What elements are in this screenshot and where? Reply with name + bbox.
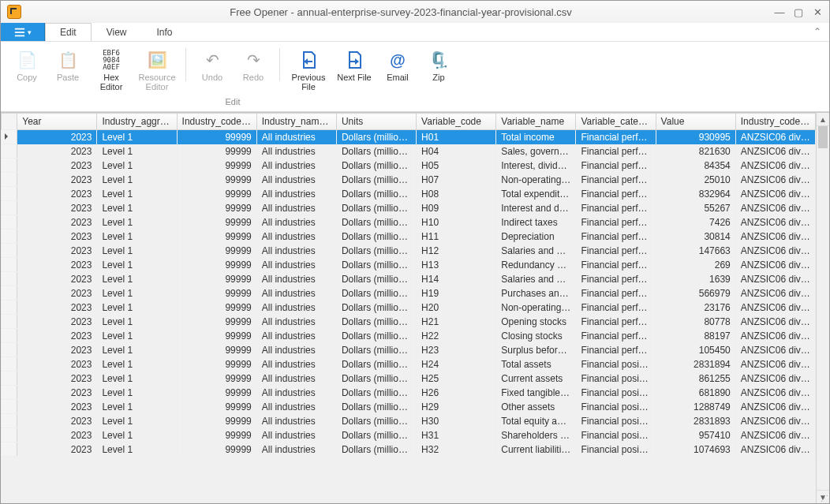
table-row[interactable]: 2023Level 199999All industriesDollars (m… — [2, 144, 816, 159]
table-row[interactable]: 2023Level 199999All industriesDollars (m… — [2, 315, 816, 329]
cell-year[interactable]: 2023 — [17, 357, 97, 371]
cell-units[interactable]: Dollars (millions) — [336, 130, 416, 144]
cell-name[interactable]: All industries — [256, 215, 336, 230]
cell-vcat[interactable]: Financial position — [576, 414, 656, 428]
cell-year[interactable]: 2023 — [17, 315, 97, 329]
cell-vname[interactable]: Indirect taxes — [496, 215, 576, 230]
cell-units[interactable]: Dollars (millions) — [336, 258, 416, 272]
close-button[interactable]: ✕ — [812, 6, 823, 17]
cell-agg[interactable]: Level 1 — [97, 258, 177, 272]
cell-vname[interactable]: Non-operating in... — [496, 173, 576, 187]
cell-name[interactable]: All industries — [256, 272, 336, 286]
tab-view[interactable]: View — [92, 23, 142, 41]
cell-code2[interactable]: ANZSIC06 divisio... — [735, 442, 815, 457]
cell-value[interactable]: 25010 — [656, 173, 735, 187]
cell-vcode[interactable]: H24 — [417, 357, 496, 371]
cell-value[interactable]: 23176 — [656, 301, 735, 315]
row-header[interactable] — [2, 315, 17, 329]
cell-code2[interactable]: ANZSIC06 divisio... — [735, 272, 815, 286]
cell-agg[interactable]: Level 1 — [97, 144, 177, 159]
cell-vcode[interactable]: H25 — [417, 371, 496, 386]
cell-agg[interactable]: Level 1 — [97, 187, 177, 201]
row-header[interactable] — [2, 428, 17, 442]
cell-code2[interactable]: ANZSIC06 divisio... — [735, 215, 815, 230]
cell-units[interactable]: Dollars (millions) — [336, 442, 416, 457]
cell-vcode[interactable]: H14 — [417, 272, 496, 286]
cell-value[interactable]: 55267 — [656, 201, 735, 215]
cell-vcode[interactable]: H09 — [417, 201, 496, 215]
row-header[interactable] — [2, 301, 17, 315]
row-header[interactable] — [2, 272, 17, 286]
cell-vcode[interactable]: H12 — [417, 244, 496, 258]
cell-vname[interactable]: Total expenditure — [496, 187, 576, 201]
cell-value[interactable]: 88197 — [656, 329, 735, 343]
cell-units[interactable]: Dollars (millions) — [336, 386, 416, 400]
column-header-units[interactable]: Units — [336, 114, 416, 130]
cell-year[interactable]: 2023 — [17, 201, 97, 215]
cell-name[interactable]: All industries — [256, 386, 336, 400]
cell-agg[interactable]: Level 1 — [97, 428, 177, 442]
cell-name[interactable]: All industries — [256, 130, 336, 144]
cell-code2[interactable]: ANZSIC06 divisio... — [735, 286, 815, 301]
cell-agg[interactable]: Level 1 — [97, 215, 177, 230]
column-header-code2[interactable]: Industry_code_... — [735, 114, 815, 130]
cell-agg[interactable]: Level 1 — [97, 357, 177, 371]
cell-name[interactable]: All industries — [256, 357, 336, 371]
cell-units[interactable]: Dollars (millions) — [336, 286, 416, 301]
cell-vcat[interactable]: Financial position — [576, 428, 656, 442]
cell-vcat[interactable]: Financial perfor... — [576, 258, 656, 272]
cell-units[interactable]: Dollars (millions) — [336, 272, 416, 286]
table-row[interactable]: 2023Level 199999All industriesDollars (m… — [2, 159, 816, 173]
cell-code[interactable]: 99999 — [177, 400, 256, 414]
cell-code2[interactable]: ANZSIC06 divisio... — [735, 371, 815, 386]
cell-agg[interactable]: Level 1 — [97, 386, 177, 400]
row-header[interactable] — [2, 400, 17, 414]
data-grid[interactable]: YearIndustry_aggre...Industry_code_...In… — [1, 113, 816, 503]
cell-vcat[interactable]: Financial perfor... — [576, 244, 656, 258]
cell-vcat[interactable]: Financial perfor... — [576, 201, 656, 215]
table-row[interactable]: 2023Level 199999All industriesDollars (m… — [2, 386, 816, 400]
cell-agg[interactable]: Level 1 — [97, 286, 177, 301]
cell-vcode[interactable]: H13 — [417, 258, 496, 272]
cell-agg[interactable]: Level 1 — [97, 230, 177, 244]
cell-vcat[interactable]: Financial perfor... — [576, 159, 656, 173]
cell-year[interactable]: 2023 — [17, 272, 97, 286]
cell-name[interactable]: All industries — [256, 244, 336, 258]
vertical-scrollbar[interactable]: ▲ ▼ — [816, 113, 829, 503]
row-header[interactable] — [2, 201, 17, 215]
cell-agg[interactable]: Level 1 — [97, 130, 177, 144]
column-header-agg[interactable]: Industry_aggre... — [97, 114, 177, 130]
cell-year[interactable]: 2023 — [17, 215, 97, 230]
cell-vcat[interactable]: Financial position — [576, 357, 656, 371]
cell-vname[interactable]: Total equity and... — [496, 414, 576, 428]
cell-vcat[interactable]: Financial perfor... — [576, 272, 656, 286]
cell-vcode[interactable]: H10 — [417, 215, 496, 230]
cell-value[interactable]: 2831894 — [656, 357, 735, 371]
cell-year[interactable]: 2023 — [17, 329, 97, 343]
cell-agg[interactable]: Level 1 — [97, 301, 177, 315]
cell-year[interactable]: 2023 — [17, 173, 97, 187]
cell-vcat[interactable]: Financial perfor... — [576, 215, 656, 230]
cell-code[interactable]: 99999 — [177, 343, 256, 357]
cell-vcode[interactable]: H31 — [417, 428, 496, 442]
column-header-name[interactable]: Industry_name_... — [256, 114, 336, 130]
cell-value[interactable]: 105450 — [656, 343, 735, 357]
cell-agg[interactable]: Level 1 — [97, 343, 177, 357]
cell-vcat[interactable]: Financial perfor... — [576, 173, 656, 187]
cell-vcat[interactable]: Financial perfor... — [576, 286, 656, 301]
cell-agg[interactable]: Level 1 — [97, 329, 177, 343]
cell-code2[interactable]: ANZSIC06 divisio... — [735, 329, 815, 343]
cell-vname[interactable]: Current assets — [496, 371, 576, 386]
cell-year[interactable]: 2023 — [17, 244, 97, 258]
cell-year[interactable]: 2023 — [17, 301, 97, 315]
cell-vcode[interactable]: H08 — [417, 187, 496, 201]
cell-vname[interactable]: Other assets — [496, 400, 576, 414]
cell-units[interactable]: Dollars (millions) — [336, 230, 416, 244]
cell-vcode[interactable]: H04 — [417, 144, 496, 159]
cell-year[interactable]: 2023 — [17, 144, 97, 159]
table-row[interactable]: 2023Level 199999All industriesDollars (m… — [2, 215, 816, 230]
cell-year[interactable]: 2023 — [17, 187, 97, 201]
cell-code[interactable]: 99999 — [177, 159, 256, 173]
file-tab[interactable]: ▾ — [1, 23, 45, 41]
cell-value[interactable]: 681890 — [656, 386, 735, 400]
